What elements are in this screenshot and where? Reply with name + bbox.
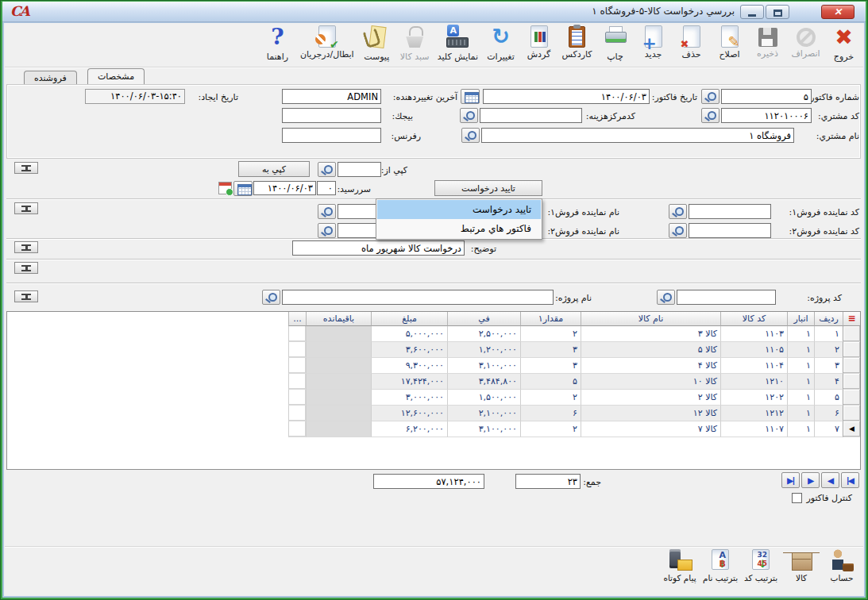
nav-next-button[interactable]: ▶ — [801, 472, 820, 488]
column-header[interactable]: كد كالا — [720, 312, 787, 326]
table-cell — [306, 390, 371, 406]
toolbar-help-button[interactable]: راهنما — [260, 24, 295, 63]
toolbar-attach-button[interactable]: پيوست — [359, 24, 395, 63]
customer-code-search-button[interactable] — [701, 108, 719, 123]
project-code-search-button[interactable] — [657, 290, 675, 305]
maximize-button[interactable] — [766, 5, 789, 19]
rep1-code-search-button[interactable] — [669, 204, 687, 219]
toolbar-cancel-button: انصراف — [788, 24, 824, 60]
invoice-date-field[interactable] — [483, 89, 650, 104]
invoice-date-calendar-button[interactable] — [461, 89, 480, 104]
project-name-search-button[interactable] — [262, 290, 280, 305]
column-header[interactable]: باقيمانده — [306, 312, 371, 326]
sum-amount-field[interactable] — [373, 474, 484, 489]
column-header[interactable]: ... — [288, 312, 306, 326]
tab-seller[interactable]: فروشنده — [24, 71, 77, 84]
table-row[interactable]: ۲۱۱۱۰۵كالا ۵۳۱,۲۰۰,۰۰۰۳,۶۰۰,۰۰۰ — [288, 342, 860, 358]
customer-name-field[interactable] — [481, 128, 794, 143]
toolbar-print-button[interactable]: چاپ — [597, 24, 633, 63]
toolbar-new-button[interactable]: جديد — [635, 24, 671, 60]
toolbar-label: كاردكس — [561, 49, 592, 60]
toolbar-account-button[interactable]: حساب — [824, 549, 860, 583]
invoice-number-search-button[interactable] — [701, 89, 719, 104]
due-date-calendar-button[interactable] — [233, 181, 253, 196]
rep1-code-field[interactable] — [689, 204, 771, 219]
toolbar-edit-button[interactable]: اصلاح — [712, 24, 747, 60]
row-selector[interactable] — [843, 342, 860, 358]
save-icon — [758, 28, 777, 47]
row-selector[interactable] — [843, 326, 860, 342]
table-row[interactable]: ۳۱۱۱۰۴كالا ۴۳۳,۱۰۰,۰۰۰۹,۳۰۰,۰۰۰ — [288, 358, 860, 374]
toolbar-sort-by-code-button[interactable]: ↓بترتيب كد — [743, 549, 779, 583]
rep2-name-search-button[interactable] — [318, 223, 336, 238]
row-selector[interactable] — [843, 374, 860, 390]
sum-quantity-field[interactable] — [515, 474, 581, 489]
pin-button[interactable] — [14, 262, 38, 274]
costcenter-search-button[interactable] — [460, 108, 478, 123]
sort-name-icon: ↓ — [712, 549, 729, 570]
menu-item[interactable]: فاكتور هاي مرتبط — [377, 219, 541, 238]
project-name-field[interactable] — [282, 290, 554, 305]
toolbar-changes-button[interactable]: تغييرات — [483, 24, 519, 63]
calendar-check-icon[interactable] — [218, 182, 232, 194]
column-header[interactable]: في — [447, 312, 520, 326]
table-row[interactable]: ۱۱۱۱۰۳كالا ۳۲۲,۵۰۰,۰۰۰۵,۰۰۰,۰۰۰ — [288, 326, 860, 342]
invoice-control-checkbox[interactable] — [792, 493, 802, 503]
customer-name-search-button[interactable] — [461, 128, 480, 143]
last-modifier-field[interactable] — [282, 89, 381, 104]
pin-button[interactable] — [14, 290, 38, 302]
close-button[interactable] — [821, 5, 854, 19]
copy-from-field[interactable] — [338, 162, 381, 177]
toolbar-delete-button[interactable]: حذف — [673, 24, 709, 60]
copy-from-search-button[interactable] — [318, 162, 336, 177]
rep2-code-search-button[interactable] — [669, 223, 687, 238]
table-row[interactable]: ۵۱۱۲۰۲كالا ۲۲۱,۵۰۰,۰۰۰۳,۰۰۰,۰۰۰ — [288, 390, 860, 406]
nav-prev-button[interactable]: ◀ — [821, 472, 839, 488]
due-date-field[interactable] — [253, 181, 316, 195]
toolbar-flow-button[interactable]: گردش — [521, 24, 557, 60]
column-header[interactable]: مبلغ — [371, 312, 447, 326]
rep1-name-search-button[interactable] — [318, 204, 336, 219]
tab-specifications[interactable]: مشخصات — [87, 68, 145, 84]
toolbar-show-key-button[interactable]: نمايش كليد — [435, 24, 480, 63]
table-cell-extra — [288, 374, 306, 390]
customer-code-field[interactable] — [721, 108, 812, 123]
column-header[interactable]: رديف — [814, 312, 843, 326]
current-row-marker[interactable]: ◀ — [843, 421, 860, 437]
filter-icon[interactable] — [843, 312, 860, 326]
table-row[interactable]: ۶۱۱۲۱۲كالا ۱۲۶۲,۱۰۰,۰۰۰۱۲,۶۰۰,۰۰۰ — [288, 406, 860, 421]
toolbar-sort-by-name-button[interactable]: ↓بترتيب نام — [702, 549, 739, 583]
nav-last-button[interactable]: ▶| — [781, 472, 800, 488]
column-header[interactable]: انبار — [787, 312, 814, 326]
nav-first-button[interactable]: |◀ — [841, 472, 859, 488]
project-code-field[interactable] — [677, 290, 776, 305]
pin-button[interactable] — [14, 241, 38, 253]
minimize-button[interactable] — [740, 5, 764, 19]
table-cell: كالا ۲ — [581, 390, 720, 406]
table-row[interactable]: ◀۷۱۱۱۰۷كالا ۷۲۳,۱۰۰,۰۰۰۶,۲۰۰,۰۰۰ — [288, 421, 860, 437]
costcenter-field[interactable] — [480, 108, 582, 123]
invoice-number-field[interactable] — [721, 89, 812, 104]
toolbar-kardex-button[interactable]: كاردكس — [559, 24, 595, 60]
confirm-request-button[interactable]: تاييد درخواست — [434, 180, 542, 196]
column-header[interactable]: مقدار۱ — [520, 312, 581, 326]
reference-field[interactable] — [282, 128, 381, 143]
toolbar-sms-button[interactable]: پيام كوتاه — [662, 549, 698, 583]
bijak-field[interactable] — [282, 108, 381, 123]
rep2-code-field[interactable] — [689, 223, 771, 238]
note-field[interactable] — [292, 240, 465, 256]
menu-item[interactable]: تاييد درخواست — [377, 200, 541, 219]
pin-button[interactable] — [14, 162, 38, 174]
row-selector[interactable] — [843, 358, 860, 374]
row-selector[interactable] — [843, 406, 860, 421]
toolbar-goods-button[interactable]: كالا — [783, 549, 820, 583]
pin-button[interactable] — [14, 202, 38, 214]
row-selector[interactable] — [843, 390, 860, 406]
costcenter-label: كدمركزهزينه: — [586, 111, 635, 121]
column-header[interactable]: نام كالا — [581, 312, 720, 326]
toolbar-void-inprogress-button[interactable]: ابطال/درجريان — [298, 24, 357, 60]
toolbar-exit-button[interactable]: خروج — [826, 24, 862, 63]
table-row[interactable]: ۴۱۱۲۱۰كالا ۱۰۵۳,۴۸۴,۸۰۰۱۷,۴۲۴,۰۰۰ — [288, 374, 860, 390]
copy-to-button[interactable]: كپي به — [238, 161, 310, 177]
due-count-field[interactable] — [317, 181, 336, 195]
